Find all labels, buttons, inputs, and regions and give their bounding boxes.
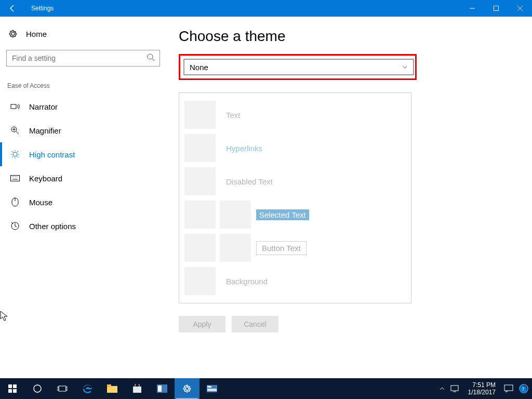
taskbar-clock[interactable]: 7:51 PM 1/18/2017	[465, 381, 499, 396]
clock-time: 7:51 PM	[468, 381, 496, 389]
preview-background-label: Background	[221, 277, 268, 286]
gear-icon	[8, 29, 18, 38]
sidebar-item-label: Narrator	[29, 102, 58, 111]
maximize-button[interactable]	[484, 0, 508, 17]
taskbar-store[interactable]	[125, 378, 150, 399]
close-button[interactable]	[508, 0, 532, 17]
swatch-selected-fg[interactable]	[184, 201, 216, 229]
cancel-button[interactable]: Cancel	[232, 316, 278, 332]
svg-rect-45	[451, 385, 458, 391]
svg-rect-44	[207, 389, 217, 391]
preview-button-label: Button Text	[256, 241, 307, 255]
svg-rect-47	[504, 385, 513, 391]
preview-selected-label: Selected Text	[256, 209, 309, 220]
svg-line-17	[17, 156, 18, 157]
sidebar-item-label: Magnifier	[29, 126, 61, 135]
mouse-icon	[10, 197, 20, 207]
taskbar-file-explorer[interactable]	[100, 378, 125, 399]
task-view-button[interactable]	[50, 378, 75, 399]
svg-rect-6	[11, 104, 16, 109]
preview-text-label: Text	[221, 111, 241, 119]
magnifier-icon	[10, 126, 20, 135]
tray-badge-count: 7	[520, 385, 527, 393]
svg-rect-34	[59, 386, 66, 391]
svg-line-10	[16, 131, 19, 134]
home-link[interactable]: Home	[5, 24, 161, 46]
svg-rect-31	[8, 389, 12, 393]
back-button[interactable]	[0, 0, 25, 17]
sidebar-item-other-options[interactable]: Other options	[0, 214, 166, 238]
taskbar: 7:51 PM 1/18/2017 7	[0, 378, 532, 399]
sidebar-item-label: High contrast	[29, 150, 75, 159]
svg-rect-1	[494, 6, 499, 11]
preview-disabled-label: Disabled Text	[221, 177, 273, 186]
svg-rect-32	[13, 389, 17, 393]
start-button[interactable]	[0, 378, 25, 399]
titlebar: Settings	[0, 0, 532, 17]
svg-rect-30	[13, 384, 17, 388]
swatch-button-bg[interactable]	[220, 234, 251, 262]
sidebar-item-label: Keyboard	[29, 174, 62, 183]
svg-rect-36	[66, 387, 68, 390]
svg-line-5	[152, 59, 154, 61]
page-title: Choose a theme	[179, 28, 520, 45]
other-options-icon	[10, 221, 20, 231]
tray-chevron-up-icon[interactable]	[439, 385, 445, 392]
apply-button[interactable]: Apply	[179, 316, 225, 332]
taskbar-edge[interactable]	[75, 378, 100, 399]
dropdown-value: None	[190, 63, 208, 72]
sidebar-item-mouse[interactable]: Mouse	[0, 190, 166, 214]
minimize-button[interactable]	[460, 0, 484, 17]
tray-badge[interactable]: 7	[518, 383, 529, 394]
sidebar-item-label: Mouse	[29, 198, 52, 207]
swatch-text[interactable]	[184, 101, 216, 129]
taskbar-app1[interactable]	[150, 378, 175, 399]
svg-point-4	[148, 54, 153, 59]
tray-network-icon[interactable]	[450, 385, 460, 392]
swatch-disabled[interactable]	[184, 167, 216, 195]
window-title: Settings	[25, 5, 460, 12]
category-label: Ease of Access	[5, 66, 161, 95]
home-label: Home	[26, 30, 47, 38]
preview-hyperlinks-label: Hyperlinks	[221, 144, 262, 153]
svg-point-33	[34, 385, 41, 392]
svg-rect-39	[133, 387, 141, 393]
taskbar-app2[interactable]	[200, 378, 224, 399]
svg-point-11	[13, 152, 17, 156]
clock-date: 1/18/2017	[468, 389, 496, 396]
svg-rect-20	[11, 176, 20, 181]
taskbar-settings[interactable]	[175, 378, 200, 399]
swatch-background[interactable]	[184, 267, 216, 295]
svg-rect-43	[207, 386, 211, 388]
svg-rect-29	[8, 384, 12, 388]
svg-line-18	[17, 151, 18, 152]
svg-rect-35	[57, 387, 59, 390]
high-contrast-icon	[10, 150, 20, 159]
sidebar-item-keyboard[interactable]: Keyboard	[0, 166, 166, 190]
sidebar-item-narrator[interactable]: Narrator	[0, 95, 166, 118]
tray-action-center-icon[interactable]	[504, 384, 513, 393]
swatch-hyperlinks[interactable]	[184, 134, 216, 162]
sidebar-item-high-contrast[interactable]: High contrast	[0, 142, 166, 166]
svg-rect-41	[158, 385, 162, 392]
search-icon	[147, 53, 156, 62]
swatch-selected-bg[interactable]	[220, 201, 251, 229]
sidebar: Home Ease of Access Narrator Magnifier H…	[0, 17, 166, 378]
theme-dropdown-highlight: None	[179, 54, 417, 80]
theme-dropdown[interactable]: None	[183, 59, 414, 75]
chevron-down-icon	[402, 64, 408, 70]
search-input[interactable]	[6, 50, 160, 66]
cortana-button[interactable]	[25, 378, 50, 399]
sidebar-item-magnifier[interactable]: Magnifier	[0, 118, 166, 142]
theme-preview: Text Hyperlinks Disabled Text Selected T…	[179, 92, 411, 303]
swatch-button-fg[interactable]	[184, 234, 216, 262]
svg-line-19	[12, 156, 13, 157]
svg-line-16	[12, 151, 13, 152]
sidebar-item-label: Other options	[29, 222, 76, 231]
narrator-icon	[10, 102, 20, 111]
keyboard-icon	[10, 175, 20, 181]
content: Choose a theme None Text Hyperlinks Disa…	[166, 17, 532, 378]
svg-rect-38	[107, 384, 111, 387]
